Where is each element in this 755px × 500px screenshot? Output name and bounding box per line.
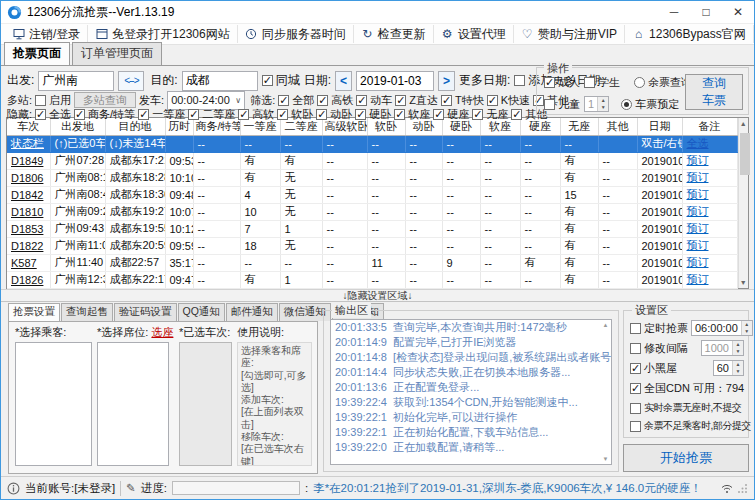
blacklist-stepper[interactable]: 60▲▼ xyxy=(713,360,744,376)
multi-station-query-button[interactable]: 多站查询 xyxy=(74,92,136,108)
swap-stations-button[interactable]: <--> xyxy=(118,71,144,91)
hide-checkbox[interactable]: 高软 xyxy=(238,107,274,122)
filter-checkbox[interactable]: 全部 xyxy=(278,93,314,108)
table-row[interactable]: 状态栏 (↑)已选0车次 (↓)未选14车次 -----------------… xyxy=(7,135,737,152)
table-row[interactable]: K587 广州11:40 成都22:57 35:17 --------11--9… xyxy=(7,254,737,271)
hide-checkbox[interactable]: 一等座 xyxy=(138,107,185,122)
book-link[interactable]: 预订 xyxy=(687,256,709,268)
date-next-button[interactable]: > xyxy=(438,71,455,91)
book-link[interactable]: 预订 xyxy=(687,171,709,183)
title-bar[interactable]: 12306分流抢票--Ver1.13.19 ─ □ ✕ xyxy=(1,1,754,23)
settings-tab[interactable]: 邮件通知 xyxy=(226,303,278,321)
book-link[interactable]: 预订 xyxy=(687,273,709,285)
table-row[interactable]: D1826 广州南12:30 成都东22:17 09:47 --有1------… xyxy=(7,271,737,288)
enable-multi-checkbox[interactable]: 启用 xyxy=(35,93,71,108)
settings-tab[interactable]: 抢票设置 xyxy=(8,303,60,322)
toolbar-item-check-update[interactable]: ↻ 检查更新 xyxy=(354,25,434,43)
table-scrollbar[interactable]: ▲ ▼ xyxy=(738,118,749,288)
toolbar-item-sync-time[interactable]: 同步服务器时间 xyxy=(238,25,354,43)
filter-checkbox[interactable]: K快速 xyxy=(487,93,530,108)
book-link[interactable]: 预订 xyxy=(687,239,709,251)
main-tab[interactable]: 订单管理页面 xyxy=(72,42,162,65)
filter-checkbox[interactable]: 动车 xyxy=(356,93,392,108)
passenger-listbox[interactable] xyxy=(15,342,92,466)
timed-grab-time-stepper[interactable]: 06:00:00▲▼ xyxy=(691,320,753,336)
hide-checkbox[interactable]: 无座 xyxy=(472,107,508,122)
adult-checkbox[interactable]: 成人 xyxy=(544,75,580,90)
scrollbar-thumb[interactable] xyxy=(740,133,750,175)
spin-down-icon[interactable]: ▼ xyxy=(598,104,608,111)
hide-checkbox[interactable]: 动卧 xyxy=(316,107,352,122)
hide-checkbox[interactable]: 软座 xyxy=(394,107,430,122)
main-tab[interactable]: 抢票页面 xyxy=(4,42,70,66)
hide-checkbox[interactable]: 硬卧 xyxy=(355,107,391,122)
book-link[interactable]: 全选 xyxy=(687,137,709,149)
spin-up-icon[interactable]: ▲ xyxy=(733,341,743,348)
toolbar-item-logout-login[interactable]: 注销/登录 xyxy=(5,25,88,43)
same-city-checkbox[interactable]: 同城 xyxy=(262,72,300,89)
scroll-up-icon[interactable]: ▲ xyxy=(739,120,749,127)
toolbar-item-official-site[interactable]: ⌂ 12306Bypass官网 xyxy=(625,25,754,43)
student-checkbox[interactable]: 学生 xyxy=(584,75,620,90)
child-checkbox[interactable]: 儿童 xyxy=(544,97,580,112)
table-row[interactable]: D1842 广州南08:48 成都东18:36 09:48 --4无------… xyxy=(7,186,737,203)
toolbar-item-open-12306[interactable]: 免登录打开12306网站 xyxy=(88,25,237,43)
settings-tab[interactable]: 验证码设置 xyxy=(114,303,177,321)
start-grab-button[interactable]: 开始抢票 xyxy=(623,444,749,472)
hide-settings-splitter[interactable]: ↓隐藏设置区域↓ xyxy=(1,289,754,302)
table-row[interactable]: D1822 广州南11:00 成都东20:59 09:59 --18无-----… xyxy=(7,237,737,254)
hide-checkbox[interactable]: 全选 xyxy=(35,107,71,122)
remaining-query-radio[interactable]: 余票查询 xyxy=(634,75,692,90)
settings-tab[interactable]: QQ通知 xyxy=(178,303,225,321)
date-input[interactable] xyxy=(356,71,434,91)
hide-checkbox[interactable]: 商务/特等 xyxy=(74,107,135,122)
spin-up-icon[interactable]: ▲ xyxy=(733,361,743,368)
table-row[interactable]: D1810 广州南09:20 成都东19:27 10:07 --10无-----… xyxy=(7,203,737,220)
maximize-button[interactable]: □ xyxy=(690,1,722,23)
spin-down-icon[interactable]: ▼ xyxy=(733,348,743,355)
date-prev-button[interactable]: < xyxy=(335,71,352,91)
scroll-down-icon[interactable]: ▼ xyxy=(739,279,749,286)
spin-down-icon[interactable]: ▼ xyxy=(733,368,743,375)
child-count-stepper[interactable]: 1▲▼ xyxy=(584,96,609,112)
toolbar-item-vip[interactable]: ♡ 赞助与注册VIP xyxy=(514,25,625,43)
query-tickets-button[interactable]: 查询 车票 xyxy=(685,74,743,110)
scroll-up-icon[interactable]: ▲ xyxy=(600,322,611,328)
hide-checkbox[interactable]: 二等座 xyxy=(188,107,235,122)
spin-up-icon[interactable]: ▲ xyxy=(598,97,608,104)
spin-up-icon[interactable]: ▲ xyxy=(742,321,752,328)
table-row[interactable]: D1853 广州09:43 成都东19:55 10:12 --71-------… xyxy=(7,220,737,237)
log-scrollbar[interactable]: ▲▼ xyxy=(600,320,611,464)
filter-checkbox[interactable]: T特快 xyxy=(441,93,484,108)
resize-grip[interactable] xyxy=(738,483,748,493)
close-button[interactable]: ✕ xyxy=(722,1,754,23)
seat-listbox[interactable] xyxy=(97,342,169,466)
modify-interval-checkbox[interactable]: 修改间隔 xyxy=(630,341,688,356)
timed-grab-checkbox[interactable]: 定时抢票 xyxy=(630,321,688,336)
settings-tab[interactable]: 查询起售 xyxy=(61,303,113,321)
scroll-down-icon[interactable]: ▼ xyxy=(600,456,611,462)
minimize-button[interactable]: ─ xyxy=(658,1,690,23)
partial-submit-checkbox[interactable]: 余票不足乘客时,部分提交 xyxy=(630,419,751,433)
toolbar-item-proxy[interactable]: ⚙ 设置代理 xyxy=(434,25,514,43)
book-link[interactable]: 预订 xyxy=(687,222,709,234)
blacklist-checkbox[interactable]: 小黑屋 xyxy=(630,361,677,376)
interval-stepper[interactable]: 1000▲▼ xyxy=(701,340,744,356)
selected-trains-listbox[interactable] xyxy=(179,342,232,466)
dest-input[interactable] xyxy=(182,71,258,91)
table-row[interactable]: D1849 广州07:28 成都东17:21 09:53 --有有-------… xyxy=(7,152,737,169)
depart-input[interactable] xyxy=(38,71,114,91)
filter-checkbox[interactable]: Z直达 xyxy=(395,93,438,108)
book-ticket-radio[interactable]: 车票预定 xyxy=(621,97,679,112)
book-link[interactable]: 预订 xyxy=(687,188,709,200)
choose-seat-link[interactable]: 选座 xyxy=(151,326,173,338)
hide-checkbox[interactable]: 硬座 xyxy=(433,107,469,122)
national-cdn-checkbox[interactable]: 全国CDN xyxy=(630,381,690,396)
table-row[interactable]: D1806 广州南08:18 成都东18:28 10:10 --有无------… xyxy=(7,169,737,186)
log-listbox[interactable]: 20:01:33:5 查询完毕,本次查询共用时:1472毫秒20:01:14:9… xyxy=(330,319,612,465)
hide-checkbox[interactable]: 软卧 xyxy=(277,107,313,122)
book-link[interactable]: 预订 xyxy=(687,154,709,166)
filter-checkbox[interactable]: 高铁 xyxy=(317,93,353,108)
no-seat-no-submit-checkbox[interactable]: 实时余票无座时,不提交 xyxy=(630,401,741,415)
spin-down-icon[interactable]: ▼ xyxy=(742,328,752,335)
